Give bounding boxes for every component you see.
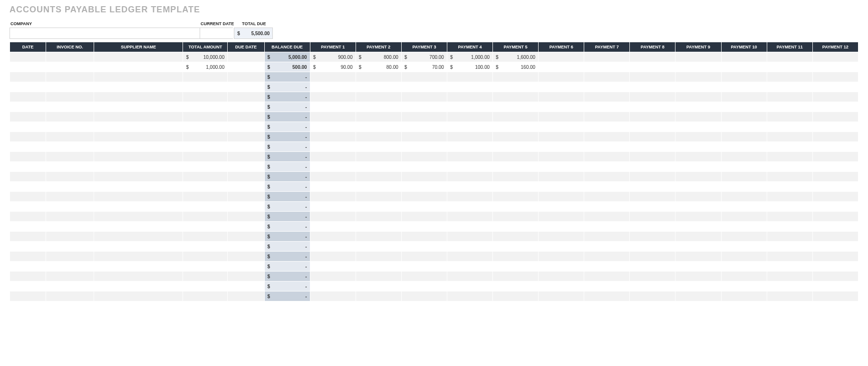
cell-payment[interactable]	[539, 192, 584, 202]
cell-invoice[interactable]	[46, 112, 94, 122]
cell-due[interactable]	[228, 62, 264, 72]
cell-payment[interactable]	[447, 212, 492, 222]
cell-date[interactable]	[10, 291, 46, 301]
cell-payment[interactable]	[721, 252, 767, 262]
cell-invoice[interactable]	[46, 52, 94, 62]
cell-payment[interactable]: $100.00	[447, 62, 492, 72]
cell-payment[interactable]	[812, 202, 858, 212]
cell-balance[interactable]: $-	[264, 242, 310, 252]
cell-payment[interactable]	[630, 72, 675, 82]
cell-payment[interactable]	[721, 92, 767, 102]
cell-payment[interactable]	[447, 202, 492, 212]
cell-payment[interactable]	[675, 242, 721, 252]
cell-date[interactable]	[10, 132, 46, 142]
cell-date[interactable]	[10, 102, 46, 112]
cell-payment[interactable]	[630, 212, 675, 222]
cell-supplier[interactable]	[94, 82, 183, 92]
cell-payment[interactable]	[630, 222, 675, 232]
cell-invoice[interactable]	[46, 182, 94, 192]
cell-payment[interactable]	[812, 132, 858, 142]
cell-payment[interactable]	[767, 122, 812, 132]
cell-payment[interactable]	[812, 282, 858, 291]
cell-payment[interactable]	[493, 291, 539, 301]
cell-payment[interactable]	[539, 52, 584, 62]
cell-payment[interactable]	[675, 152, 721, 162]
cell-payment[interactable]	[767, 132, 812, 142]
cell-total[interactable]	[183, 272, 228, 282]
cell-invoice[interactable]	[46, 291, 94, 301]
cell-payment[interactable]	[447, 92, 492, 102]
cell-payment[interactable]: $900.00	[310, 52, 356, 62]
cell-payment[interactable]	[812, 122, 858, 132]
cell-payment[interactable]	[630, 262, 675, 272]
cell-supplier[interactable]	[94, 122, 183, 132]
cell-payment[interactable]	[447, 222, 492, 232]
cell-payment[interactable]	[310, 232, 356, 242]
cell-due[interactable]	[228, 282, 264, 291]
cell-total[interactable]	[183, 72, 228, 82]
cell-payment[interactable]	[539, 222, 584, 232]
cell-payment[interactable]	[401, 212, 447, 222]
cell-payment[interactable]	[539, 212, 584, 222]
cell-payment[interactable]	[356, 291, 401, 301]
cell-balance[interactable]: $-	[264, 192, 310, 202]
cell-payment[interactable]	[310, 282, 356, 291]
cell-payment[interactable]	[356, 222, 401, 232]
cell-payment[interactable]	[812, 142, 858, 152]
cell-invoice[interactable]	[46, 92, 94, 102]
cell-payment[interactable]	[812, 192, 858, 202]
cell-total[interactable]	[183, 142, 228, 152]
cell-payment[interactable]	[310, 172, 356, 182]
cell-balance[interactable]: $5,000.00	[264, 52, 310, 62]
cell-payment[interactable]	[356, 272, 401, 282]
cell-payment[interactable]	[539, 162, 584, 172]
cell-payment[interactable]	[812, 72, 858, 82]
cell-balance[interactable]: $-	[264, 282, 310, 291]
cell-payment[interactable]	[401, 132, 447, 142]
cell-payment[interactable]	[493, 72, 539, 82]
cell-invoice[interactable]	[46, 282, 94, 291]
cell-payment[interactable]	[310, 142, 356, 152]
cell-payment[interactable]	[675, 82, 721, 92]
cell-supplier[interactable]	[94, 112, 183, 122]
cell-payment[interactable]	[539, 182, 584, 192]
cell-date[interactable]	[10, 92, 46, 102]
cell-payment[interactable]	[675, 232, 721, 242]
cell-payment[interactable]	[401, 92, 447, 102]
cell-payment[interactable]	[675, 102, 721, 112]
cell-payment[interactable]	[539, 172, 584, 182]
cell-payment[interactable]	[401, 102, 447, 112]
cell-payment[interactable]	[584, 252, 630, 262]
cell-payment[interactable]	[493, 232, 539, 242]
cell-payment[interactable]	[812, 212, 858, 222]
cell-payment[interactable]	[493, 202, 539, 212]
cell-payment[interactable]	[310, 72, 356, 82]
cell-payment[interactable]	[767, 232, 812, 242]
cell-payment[interactable]	[493, 122, 539, 132]
cell-payment[interactable]	[675, 272, 721, 282]
cell-balance[interactable]: $-	[264, 152, 310, 162]
cell-payment[interactable]	[630, 92, 675, 102]
cell-payment[interactable]	[356, 92, 401, 102]
cell-total[interactable]	[183, 92, 228, 102]
cell-date[interactable]	[10, 122, 46, 132]
cell-payment[interactable]	[401, 222, 447, 232]
cell-payment[interactable]	[767, 72, 812, 82]
cell-payment[interactable]	[630, 82, 675, 92]
cell-payment[interactable]	[630, 152, 675, 162]
cell-payment[interactable]	[493, 142, 539, 152]
cell-invoice[interactable]	[46, 122, 94, 132]
cell-payment[interactable]	[584, 132, 630, 142]
cell-payment[interactable]	[630, 112, 675, 122]
cell-balance[interactable]: $-	[264, 262, 310, 272]
cell-payment[interactable]	[356, 182, 401, 192]
cell-supplier[interactable]	[94, 262, 183, 272]
cell-supplier[interactable]	[94, 92, 183, 102]
cell-total[interactable]	[183, 262, 228, 272]
cell-payment[interactable]	[721, 242, 767, 252]
cell-payment[interactable]	[356, 192, 401, 202]
cell-payment[interactable]	[630, 102, 675, 112]
cell-payment[interactable]	[812, 222, 858, 232]
cell-total[interactable]	[183, 192, 228, 202]
cell-payment[interactable]	[539, 62, 584, 72]
